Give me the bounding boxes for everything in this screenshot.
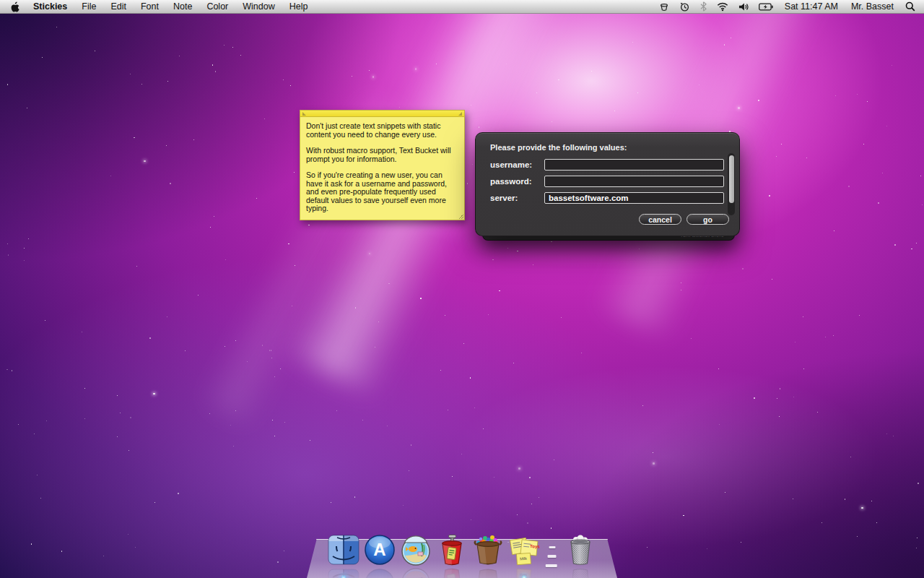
server-label: server:: [490, 194, 544, 202]
password-field[interactable]: [544, 176, 724, 187]
dialog-prompt-text: Please provide the following values:: [490, 143, 627, 152]
spotlight-icon[interactable]: [901, 0, 920, 13]
dialog-scrollbar-track[interactable]: [728, 153, 735, 215]
battery-icon[interactable]: [754, 0, 777, 13]
sticky-paragraph: Don't just create text snippets with sta…: [306, 122, 458, 139]
menu-clock[interactable]: Sat 11:47 AM: [779, 1, 844, 12]
apple-menu[interactable]: [0, 0, 26, 13]
username-label: username:: [490, 160, 544, 169]
menu-item-help[interactable]: Help: [282, 0, 315, 13]
menu-item-window[interactable]: Window: [235, 0, 282, 13]
username-field[interactable]: [544, 159, 724, 171]
menu-user[interactable]: Mr. Basset: [845, 1, 899, 12]
menu-item-note[interactable]: Note: [166, 0, 199, 13]
sticky-note-text[interactable]: Don't just create text snippets with sta…: [300, 117, 464, 226]
trash-icon: [564, 533, 597, 566]
menu-bar: Stickies File Edit Font Note Color Windo…: [0, 0, 924, 14]
apple-logo-icon: [10, 1, 19, 12]
wifi-icon[interactable]: [712, 0, 733, 13]
go-button[interactable]: go: [687, 214, 729, 225]
dock-item-finder[interactable]: [327, 533, 360, 566]
dock-separator: [544, 533, 561, 566]
starfield: [0, 0, 924, 578]
dock-item-fishbowl[interactable]: [399, 533, 432, 566]
menu-item-file[interactable]: File: [74, 0, 103, 13]
menu-item-font[interactable]: Font: [134, 0, 166, 13]
sticky-paragraph: So if you're creating a new user, you ca…: [306, 171, 458, 213]
volume-icon[interactable]: [734, 0, 753, 13]
running-indicator: [521, 574, 528, 578]
sticky-note-titlebar[interactable]: [300, 111, 464, 117]
dock-item-app-store[interactable]: A A: [363, 533, 396, 566]
dock-item-text-bucket[interactable]: [435, 533, 468, 566]
dock: A A: [307, 527, 617, 578]
finder-icon: [327, 533, 360, 566]
desktop: Stickies File Edit Font Note Color Windo…: [0, 0, 924, 578]
sticky-note-window[interactable]: Don't just create text snippets with sta…: [300, 110, 465, 220]
values-prompt-dialog: Please provide the following values: use…: [475, 132, 740, 236]
text-bucket-menu-icon[interactable]: [655, 0, 674, 13]
sticky-paragraph: With robust macro support, Text Bucket w…: [306, 147, 458, 163]
app-store-icon: A: [363, 533, 396, 566]
server-field[interactable]: [544, 192, 724, 204]
running-indicator: [341, 574, 347, 578]
bluetooth-icon[interactable]: [696, 0, 711, 13]
candy-pot-icon: [471, 533, 505, 566]
stickies-icon: Toys Milk: [507, 533, 541, 566]
sticky-collapse-icon[interactable]: [302, 112, 306, 116]
dock-item-candy-pot[interactable]: [471, 533, 505, 566]
time-machine-icon[interactable]: [675, 0, 694, 13]
cancel-button[interactable]: cancel: [639, 214, 681, 225]
svg-text:Milk: Milk: [520, 556, 527, 561]
svg-text:A: A: [373, 540, 385, 559]
dock-item-stickies[interactable]: Toys Milk Toys Milk: [507, 533, 541, 566]
text-bucket-app-icon: [435, 533, 468, 566]
dock-item-trash[interactable]: [564, 533, 597, 566]
fishbowl-icon: [399, 533, 432, 566]
dialog-scrollbar-thumb[interactable]: [729, 155, 734, 203]
svg-text:Toys: Toys: [530, 544, 540, 548]
sticky-collapse-icon[interactable]: [458, 112, 462, 116]
sticky-resize-handle[interactable]: [458, 214, 463, 219]
menu-item-stickies[interactable]: Stickies: [26, 0, 74, 13]
menu-item-edit[interactable]: Edit: [103, 0, 134, 13]
password-label: password:: [490, 177, 544, 186]
menu-item-color[interactable]: Color: [199, 0, 235, 13]
